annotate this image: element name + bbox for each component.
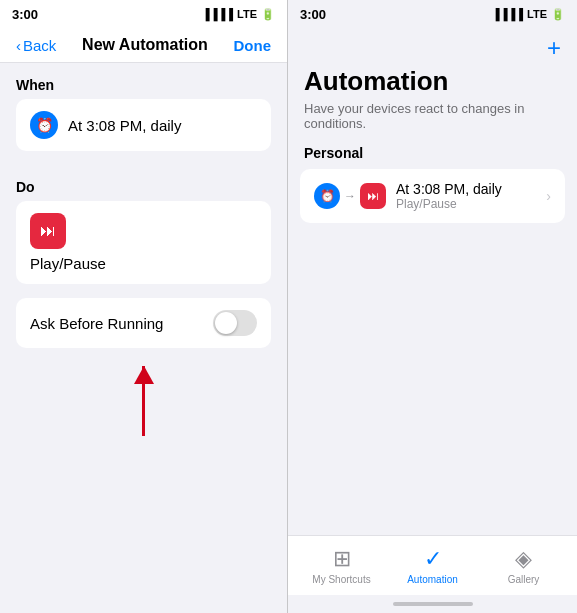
right-status-icons: ▐▐▐▐ LTE 🔋	[492, 8, 565, 21]
home-indicator	[288, 595, 577, 613]
right-battery-icon: 🔋	[551, 8, 565, 21]
ask-before-running-row: Ask Before Running	[16, 298, 271, 348]
do-section-label: Do	[0, 165, 287, 201]
automation-icon-row: ⏰ → ⏭	[314, 183, 386, 209]
when-time-text: At 3:08 PM, daily	[68, 117, 181, 134]
automation-item-card[interactable]: ⏰ → ⏭ At 3:08 PM, daily Play/Pause ›	[300, 169, 565, 223]
done-button[interactable]: Done	[233, 37, 271, 54]
automation-subtitle: Have your devices react to changes in co…	[288, 101, 577, 143]
automation-page-title: Automation	[288, 64, 577, 101]
toggle-knob	[215, 312, 237, 334]
my-shortcuts-label: My Shortcuts	[312, 574, 370, 585]
my-shortcuts-icon: ⊞	[333, 546, 351, 572]
when-row: ⏰ At 3:08 PM, daily	[30, 111, 257, 139]
nav-title: New Automation	[82, 36, 208, 54]
left-status-time: 3:00	[12, 7, 38, 22]
right-panel: 3:00 ▐▐▐▐ LTE 🔋 + Automation Have your d…	[288, 0, 577, 613]
arrow-head	[134, 366, 154, 384]
ask-toggle[interactable]	[213, 310, 257, 336]
left-panel: 3:00 ▐▐▐▐ LTE 🔋 ‹ Back New Automation Do…	[0, 0, 288, 613]
automation-action: Play/Pause	[396, 197, 502, 211]
when-section-label: When	[0, 63, 287, 99]
lte-label: LTE	[237, 8, 257, 20]
add-automation-button[interactable]: +	[547, 36, 561, 60]
right-status-bar: 3:00 ▐▐▐▐ LTE 🔋	[288, 0, 577, 28]
right-status-time: 3:00	[300, 7, 326, 22]
personal-section-label: Personal	[288, 143, 577, 169]
right-signal-icon: ▐▐▐▐	[492, 8, 523, 20]
gallery-icon: ◈	[515, 546, 532, 572]
battery-icon: 🔋	[261, 8, 275, 21]
automation-tab-label: Automation	[407, 574, 458, 585]
automation-info: At 3:08 PM, daily Play/Pause	[396, 181, 502, 211]
automation-play-icon: ⏭	[360, 183, 386, 209]
left-status-icons: ▐▐▐▐ LTE 🔋	[202, 8, 275, 21]
when-card[interactable]: ⏰ At 3:08 PM, daily	[16, 99, 271, 151]
right-lte-label: LTE	[527, 8, 547, 20]
tab-my-shortcuts[interactable]: ⊞ My Shortcuts	[296, 546, 387, 585]
do-action-label: Play/Pause	[30, 255, 106, 272]
nav-bar: ‹ Back New Automation Done	[0, 28, 287, 63]
automation-time: At 3:08 PM, daily	[396, 181, 502, 197]
arrow-between-icon: →	[344, 189, 356, 203]
right-header: +	[288, 28, 577, 64]
back-label: Back	[23, 37, 56, 54]
chevron-right-icon: ›	[546, 188, 551, 204]
do-card[interactable]: ⏭ Play/Pause	[16, 201, 271, 284]
home-bar	[393, 602, 473, 606]
play-pause-icon: ⏭	[30, 213, 66, 249]
tab-bar: ⊞ My Shortcuts ✓ Automation ◈ Gallery	[288, 535, 577, 595]
automation-tab-icon: ✓	[424, 546, 442, 572]
signal-icon: ▐▐▐▐	[202, 8, 233, 20]
gallery-label: Gallery	[508, 574, 540, 585]
automation-clock-icon: ⏰	[314, 183, 340, 209]
automation-card-left: ⏰ → ⏭ At 3:08 PM, daily Play/Pause	[314, 181, 502, 211]
ask-label: Ask Before Running	[30, 315, 163, 332]
tab-gallery[interactable]: ◈ Gallery	[478, 546, 569, 585]
left-status-bar: 3:00 ▐▐▐▐ LTE 🔋	[0, 0, 287, 28]
chevron-left-icon: ‹	[16, 37, 21, 54]
back-button[interactable]: ‹ Back	[16, 37, 56, 54]
annotation-arrow	[0, 348, 287, 440]
tab-automation[interactable]: ✓ Automation	[387, 546, 478, 585]
clock-icon: ⏰	[30, 111, 58, 139]
